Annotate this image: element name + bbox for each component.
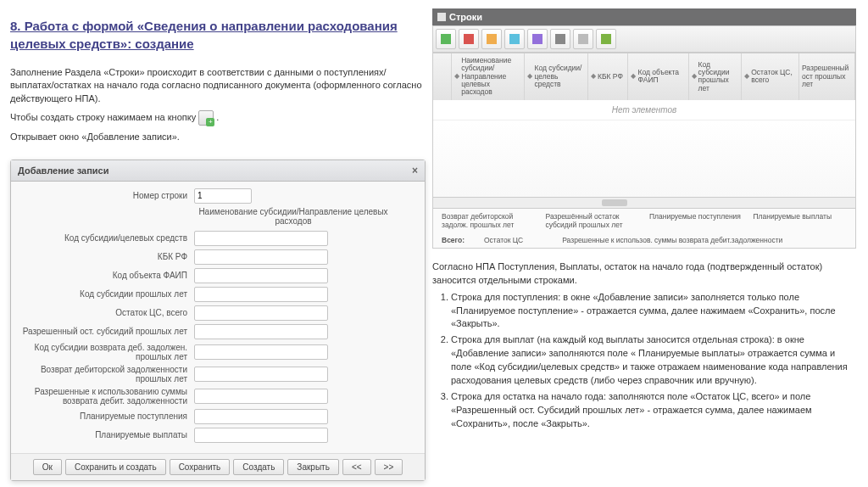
field-input[interactable] [194,344,328,360]
intro-p3: Открывает окно «Добавление записи». [10,131,426,143]
field-input[interactable] [194,287,328,302]
grid-col-header[interactable]: ◆Код субсидии/целевь средств [525,53,587,100]
tb-print[interactable] [550,29,570,49]
grid-toolbar [432,25,856,53]
add-record-dialog: Добавление записи × Номер строкиНаименов… [10,160,426,481]
instructions: Согласно НПА Поступления, Выплаты, остат… [432,260,856,431]
field-input[interactable] [194,428,328,443]
tb-filter[interactable] [573,29,593,49]
field-input[interactable] [194,324,328,339]
intro-p2: Чтобы создать строку нажимаем на кнопку … [10,110,426,126]
field-label: Код субсидии/целевых средств [18,233,194,243]
field-hint: Наименование субсидии/Направление целевы… [187,207,399,226]
dialog-title: Добавление записи [18,165,109,176]
field-input[interactable] [194,231,328,246]
field-label: Остаток ЦС, всего [18,308,194,317]
field-label: Разрешенные к использованию суммы возвра… [18,387,194,406]
field-label: Код субсидии возврата деб. задолжен. про… [18,343,194,361]
tb-copy[interactable] [527,29,548,49]
instruction-item: Строка для поступления: в окне «Добавлен… [451,291,856,332]
panel-titlebar: Строки [432,8,856,25]
tb-delete[interactable] [459,29,479,49]
new-record-icon [198,110,214,126]
dialog-button[interactable]: >> [375,459,403,475]
tb-edit[interactable] [481,29,502,49]
intro-p1: Заполнение Раздела «Строки» происходит в… [10,66,426,105]
field-input[interactable] [194,188,252,204]
tb-refresh[interactable] [504,29,525,49]
grid-col-header[interactable]: ◆КБК РФ [588,53,628,100]
page-title: 8. Работа с формой «Сведения о направлен… [10,17,426,53]
field-input[interactable] [194,409,328,424]
field-label: КБК РФ [18,252,194,261]
field-label: Код объекта ФАИП [18,271,194,280]
grid-col-header[interactable]: ◆Код субсидии прошлых лет [689,53,743,100]
field-label: Планируемые выплаты [18,430,194,439]
dialog-button[interactable]: Сохранить [170,459,231,475]
field-label: Возврат дебиторской задолженности прошлы… [18,365,194,383]
grid-col-header[interactable]: Разрешенный ост прошлых лет [799,53,855,100]
field-label: Код субсидии прошлых лет [18,289,194,299]
grid-col-header[interactable]: ◆Остаток ЦС, всего [742,53,799,100]
close-icon[interactable]: × [412,165,418,176]
field-label: Разрешенный ост. субсидий прошлых лет [18,327,194,336]
grid-col-header[interactable]: ◆Наименование субсидии/Направление целев… [452,53,525,100]
dialog-button[interactable]: << [342,459,371,475]
grid-scrollbar[interactable] [433,197,855,208]
field-input[interactable] [194,268,328,283]
tb-export[interactable] [596,29,616,49]
grid: ◆Наименование субсидии/Направление целев… [432,53,856,209]
grid-col-header[interactable] [433,53,452,100]
grid-empty: Нет элементов [433,100,855,120]
field-label: Номер строки [18,191,194,200]
dialog-button[interactable]: Создать [233,459,284,475]
instruction-item: Строка для выплат (на каждый код выплаты… [451,333,856,388]
dialog-button[interactable]: Закрыть [287,459,339,475]
dialog-button[interactable]: Ок [33,459,62,475]
field-input[interactable] [194,249,328,265]
panel-icon [437,13,446,21]
tb-new[interactable] [436,29,456,49]
grid-footer: Возврат дебиторской задолж. прошлых летР… [432,209,856,249]
instruction-item: Строка для остатка на начало года: запол… [451,390,856,431]
field-input[interactable] [194,367,328,382]
field-input[interactable] [194,305,328,321]
field-label: Планируемые поступления [18,411,194,421]
field-input[interactable] [194,389,328,404]
dialog-button[interactable]: Сохранить и создать [65,459,166,475]
grid-col-header[interactable]: ◆Код объекта ФАИП [628,53,688,100]
